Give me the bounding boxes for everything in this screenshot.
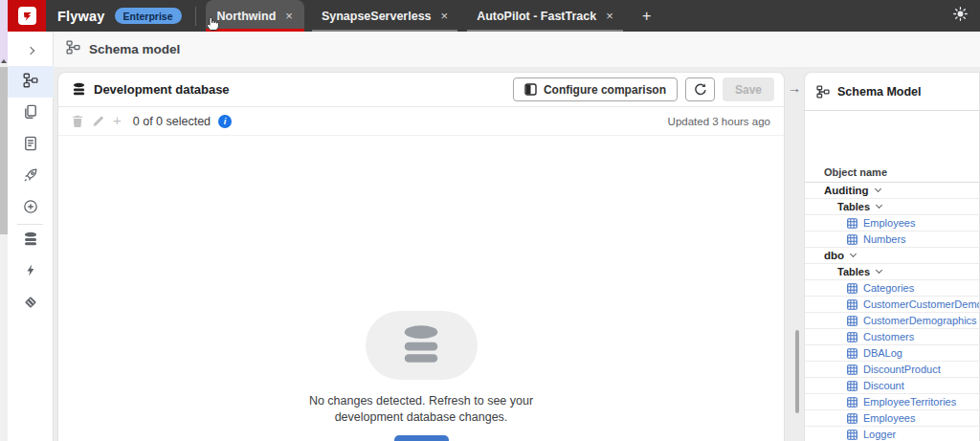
table-icon	[847, 364, 858, 375]
database-icon	[23, 232, 38, 251]
sun-icon	[953, 7, 968, 25]
info-icon[interactable]: i	[218, 115, 232, 128]
configure-comparison-button[interactable]: Configure comparison	[513, 77, 678, 101]
copy-icon	[23, 104, 38, 123]
sidebar-expand-button[interactable]	[8, 34, 54, 66]
tree-item-label: DiscountProduct	[863, 364, 941, 375]
tabbar-divider	[195, 7, 196, 26]
tree-item-table[interactable]: EmployeeTerritories	[805, 394, 979, 410]
tree-item-table[interactable]: Numbers	[805, 232, 979, 248]
object-tree: AuditingTablesEmployeesNumbersdboTablesC…	[805, 183, 979, 441]
collapse-panel-button[interactable]: →	[785, 79, 804, 97]
table-icon	[847, 332, 858, 342]
tree-item-table[interactable]: DiscountProduct	[805, 362, 979, 378]
new-tab-button[interactable]: +	[636, 8, 657, 25]
tab-northwind[interactable]: Northwind×	[206, 0, 304, 32]
tree-item-table[interactable]: DBALog	[805, 345, 979, 362]
tree-item-table[interactable]: Categories	[805, 280, 979, 297]
schema-model-toolbar-space	[805, 111, 979, 163]
close-icon[interactable]: ×	[441, 10, 449, 22]
compare-icon	[524, 83, 537, 96]
add-button[interactable]: +	[113, 113, 122, 127]
top-bar: Flyway Enterprise Northwind×SynapseServe…	[8, 0, 980, 32]
sidebar-item-add[interactable]	[8, 192, 54, 224]
tree-item-table[interactable]: Employees	[805, 410, 979, 427]
sidebar-item-activity[interactable]	[8, 256, 54, 288]
schema-model-panel: Schema Model Object name AuditingTablesE…	[804, 72, 980, 441]
tree-item-label: DBALog	[863, 347, 902, 359]
configure-comparison-label: Configure comparison	[544, 83, 666, 97]
tree-item-table[interactable]: Employees	[805, 215, 979, 232]
brand-name: Flyway	[57, 9, 105, 24]
delete-button[interactable]	[72, 115, 83, 128]
close-icon[interactable]: ×	[606, 10, 613, 22]
diamond-icon	[23, 295, 38, 314]
sidebar-item-packages[interactable]	[8, 288, 54, 320]
tree-item-group[interactable]: Tables	[805, 199, 979, 215]
empty-state-line2: development database changes.	[309, 409, 533, 426]
left-sidebar	[8, 32, 54, 441]
save-button[interactable]: Save	[723, 77, 774, 101]
empty-state-illustration	[366, 311, 478, 380]
tree-item-table[interactable]: CustomerDemographics	[805, 313, 979, 329]
tree-item-table[interactable]: Customers	[805, 329, 979, 345]
tree-item-label: Auditing	[824, 185, 869, 196]
chevron-down-icon	[876, 202, 882, 209]
sidebar-item-schema-model[interactable]	[8, 66, 54, 98]
tree-item-label: EmployeeTerritories	[863, 396, 956, 408]
tree-item-schema[interactable]: Auditing	[805, 183, 979, 199]
refresh-primary-button[interactable]	[394, 435, 449, 441]
sidebar-item-reports[interactable]	[8, 129, 54, 161]
flyway-logo	[8, 0, 46, 32]
object-name-column-header: Object name	[805, 163, 979, 183]
tree-item-label: Tables	[837, 201, 870, 212]
table-icon	[847, 316, 858, 326]
refresh-icon	[693, 82, 707, 97]
panel-title: Development database	[94, 82, 230, 97]
tree-item-schema[interactable]: dbo	[805, 248, 979, 264]
database-icon	[399, 323, 443, 367]
chevron-down-icon	[850, 251, 857, 257]
document-icon	[23, 136, 38, 155]
chevron-right-icon	[27, 46, 34, 54]
tab-label: AutoPilot - FastTrack	[477, 10, 596, 23]
table-icon	[847, 283, 858, 294]
development-database-panel: Development database Configure compariso…	[57, 72, 785, 441]
schema-icon	[23, 73, 38, 92]
database-icon	[72, 82, 86, 97]
refresh-button[interactable]	[685, 77, 715, 101]
tree-item-table[interactable]: CustomerCustomerDemo	[805, 297, 979, 313]
empty-state: No changes detected. Refresh to see your…	[58, 311, 784, 441]
tab-autopilot-fasttrack[interactable]: AutoPilot - FastTrack×	[465, 0, 625, 32]
schema-icon	[816, 85, 830, 99]
schema-icon	[66, 40, 80, 58]
table-icon	[847, 218, 858, 229]
scroll-up-arrow-icon	[1, 59, 7, 63]
edit-button[interactable]	[92, 115, 104, 127]
schema-model-header: Schema Model	[805, 73, 979, 111]
empty-state-line1: No changes detected. Refresh to see your	[309, 393, 533, 409]
rocket-icon	[23, 167, 38, 187]
page-title: Schema model	[89, 42, 180, 56]
tree-item-group[interactable]: Tables	[805, 264, 979, 280]
tree-item-table[interactable]: Discount	[805, 378, 979, 394]
updated-timestamp: Updated 3 hours ago	[668, 116, 770, 127]
table-icon	[847, 234, 858, 245]
table-icon	[847, 299, 858, 310]
theme-toggle-button[interactable]	[953, 7, 968, 25]
tab-label: Northwind	[217, 10, 277, 23]
tree-item-label: CustomerCustomerDemo	[863, 298, 980, 310]
tab-label: SynapseServerless	[322, 10, 432, 23]
page-header: Schema model	[54, 32, 980, 68]
background-window-strip	[0, 0, 8, 441]
sidebar-item-databases[interactable]	[8, 225, 54, 256]
background-scrollbar-thumb[interactable]	[0, 67, 8, 234]
selection-toolbar: + 0 of 0 selected i Updated 3 hours ago	[58, 107, 784, 136]
table-icon	[847, 413, 858, 424]
sidebar-item-deploy[interactable]	[8, 161, 54, 192]
tree-item-table[interactable]: Logger	[805, 427, 979, 441]
sidebar-item-migrations[interactable]	[8, 98, 54, 129]
scrollbar-thumb[interactable]	[795, 330, 799, 413]
close-icon[interactable]: ×	[285, 10, 293, 22]
tab-synapseserverless[interactable]: SynapseServerless×	[310, 0, 459, 32]
